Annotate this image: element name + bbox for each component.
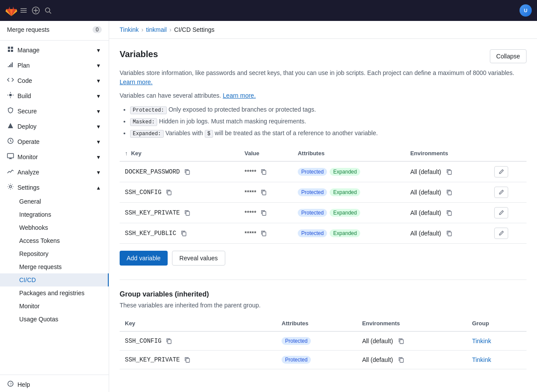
sidebar-item-general[interactable]: General: [0, 195, 109, 208]
sidebar-item-webhooks[interactable]: Webhooks: [0, 221, 109, 234]
svg-rect-33: [448, 211, 451, 215]
copy-value-icon[interactable]: [259, 167, 268, 177]
sidebar-item-operate[interactable]: Operate ▾: [0, 134, 109, 149]
variable-attributes: ProtectedExpanded: [293, 161, 405, 182]
sidebar-item-cicd[interactable]: CI/CD: [0, 273, 109, 286]
table-row: SSH_CONFIG Protected All (default) Tinki…: [120, 331, 527, 351]
copy-env-icon[interactable]: [444, 167, 454, 177]
gitlab-logo[interactable]: [5, 5, 16, 16]
sidebar-item-packages-registries[interactable]: Packages and registries: [0, 286, 109, 300]
sidebar-item-analyze[interactable]: Analyze ▾: [0, 164, 109, 180]
sidebar-item-settings[interactable]: Settings ▴: [0, 180, 109, 195]
sidebar-item-access-tokens[interactable]: Access Tokens: [0, 234, 109, 247]
search-icon[interactable]: [44, 6, 52, 15]
add-variable-button[interactable]: Add variable: [120, 251, 168, 266]
copy-env-icon[interactable]: [444, 208, 454, 218]
edit-variable-button[interactable]: [494, 207, 508, 218]
svg-text:?: ?: [10, 382, 12, 386]
edit-variable-button[interactable]: [494, 187, 508, 198]
badge-expanded: Expanded: [330, 229, 360, 237]
badge-protected: Protected: [282, 337, 311, 345]
svg-rect-10: [8, 50, 10, 52]
chevron-down-icon: ▾: [95, 123, 102, 130]
variable-actions: [489, 182, 527, 202]
collapse-button[interactable]: Collapse: [490, 49, 527, 63]
copy-key-icon[interactable]: [179, 228, 189, 238]
group-variables-desc: These variables are inherited from the p…: [120, 302, 527, 309]
variables-desc2: Variables can have several attributes. L…: [120, 91, 527, 100]
sidebar-item-monitor-settings[interactable]: Monitor: [0, 300, 109, 313]
sidebar-item-plan[interactable]: Plan ▾: [0, 58, 109, 73]
svg-rect-30: [448, 191, 451, 195]
sidebar-item-monitor[interactable]: Monitor ▾: [0, 149, 109, 164]
copy-env-icon[interactable]: [396, 355, 406, 365]
app-body: Merge requests 0 Manage ▾ Plan ▾ Co: [0, 21, 537, 392]
copy-key-icon[interactable]: [182, 208, 192, 218]
badge-expanded: Expanded: [330, 209, 360, 217]
copy-key-icon[interactable]: [164, 336, 174, 346]
copy-value-icon[interactable]: [259, 228, 268, 238]
copy-key-icon[interactable]: [182, 355, 192, 365]
toggle-sidebar-icon[interactable]: [19, 6, 28, 15]
sidebar-item-integrations[interactable]: Integrations: [0, 208, 109, 221]
svg-rect-37: [168, 340, 171, 344]
breadcrumb-org[interactable]: Tinkink: [120, 26, 139, 33]
variable-actions: [489, 161, 527, 182]
sidebar-item-repository[interactable]: Repository: [0, 247, 109, 260]
sidebar-item-code[interactable]: Code ▾: [0, 73, 109, 88]
group-col-attributes: Attributes: [276, 316, 357, 331]
sidebar-item-build[interactable]: Build ▾: [0, 88, 109, 103]
group-link[interactable]: Tinkink: [472, 337, 491, 344]
breadcrumb-sep-2: ›: [169, 26, 172, 33]
sidebar-item-merge-requests[interactable]: Merge requests 0: [0, 23, 109, 37]
svg-point-6: [45, 8, 50, 12]
variable-actions: [489, 202, 527, 223]
variable-value: *****: [239, 182, 293, 202]
learn-more-link-2[interactable]: Learn more.: [223, 92, 255, 99]
group-link[interactable]: Tinkink: [472, 356, 491, 363]
help-icon: ?: [7, 380, 14, 389]
copy-env-icon[interactable]: [444, 187, 454, 197]
svg-rect-0: [21, 8, 27, 9]
sidebar-item-usage-quotas[interactable]: Usage Quotas: [0, 313, 109, 326]
copy-env-icon[interactable]: [396, 336, 406, 346]
svg-point-16: [9, 94, 12, 96]
svg-rect-5: [34, 10, 38, 11]
edit-variable-button[interactable]: [494, 166, 508, 177]
group-variable-key: SSH_CONFIG: [120, 331, 276, 351]
badge-expanded: Expanded: [330, 188, 360, 196]
group-variable-environment: All (default): [357, 350, 467, 369]
avatar[interactable]: U: [520, 4, 532, 17]
sidebar-item-merge-requests-settings[interactable]: Merge requests: [0, 260, 109, 273]
variable-value: *****: [239, 202, 293, 223]
settings-submenu: General Integrations Webhooks Access Tok…: [0, 195, 109, 326]
attr-protected: Protected: Only exposed to protected bra…: [130, 105, 527, 115]
copy-key-icon[interactable]: [182, 167, 192, 177]
sort-icon: ↑: [125, 150, 128, 157]
sidebar-item-manage[interactable]: Manage ▾: [0, 42, 109, 58]
svg-rect-27: [448, 170, 451, 174]
learn-more-link-1[interactable]: Learn more.: [120, 78, 152, 85]
chevron-up-icon: ▴: [95, 184, 102, 191]
copy-key-icon[interactable]: [164, 187, 174, 197]
copy-value-icon[interactable]: [259, 187, 268, 197]
variable-key: DOCKER_PASSWORD: [120, 161, 239, 182]
variable-key: SSH_CONFIG: [120, 182, 239, 202]
svg-rect-9: [11, 47, 13, 49]
sidebar-item-deploy[interactable]: Deploy ▾: [0, 119, 109, 134]
sidebar-item-help[interactable]: ? Help: [0, 377, 109, 392]
copy-env-icon[interactable]: [444, 228, 454, 238]
sidebar-item-secure[interactable]: Secure ▾: [0, 103, 109, 119]
table-row: DOCKER_PASSWORD ***** ProtectedExpanded …: [120, 161, 527, 182]
edit-variable-button[interactable]: [494, 228, 508, 239]
breadcrumb-repo[interactable]: tinkmail: [146, 26, 167, 33]
reveal-values-button[interactable]: Reveal values: [172, 251, 225, 266]
create-new-icon[interactable]: [31, 6, 40, 15]
copy-value-icon[interactable]: [259, 208, 268, 218]
variables-title: Variables: [120, 49, 158, 59]
variables-table: ↑ Key Value Attributes Environments DOCK…: [120, 146, 527, 244]
badge-protected: Protected: [282, 356, 311, 364]
col-environments: Environments: [405, 146, 489, 161]
table-row: SSH_KEY_PRIVATE Protected All (default) …: [120, 350, 527, 369]
svg-rect-39: [186, 358, 189, 362]
